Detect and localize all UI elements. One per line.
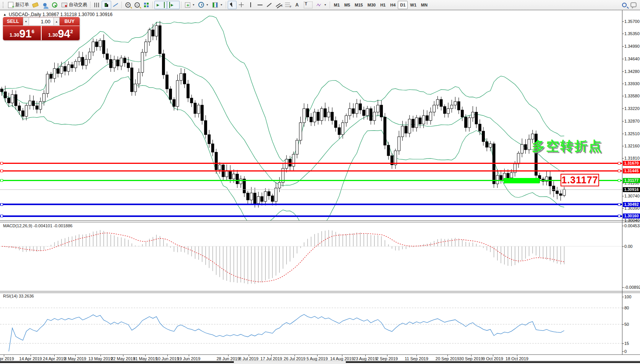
timeframe-button-m15[interactable]: M15 xyxy=(352,1,365,9)
scrollbar-segment-right[interactable] xyxy=(346,361,640,363)
text-label-button[interactable]: T xyxy=(302,1,314,9)
timeframe-button-d1[interactable]: D1 xyxy=(398,1,408,9)
new-order-button[interactable]: 新订单 xyxy=(6,1,31,9)
timeframe-button-mn[interactable]: MN xyxy=(419,1,430,9)
chart-shift-button[interactable]: ▶ xyxy=(167,1,180,9)
timeframe-button-w1[interactable]: W1 xyxy=(408,1,419,9)
date-axis-tick xyxy=(447,355,448,356)
date-axis-tick xyxy=(145,355,146,356)
collapse-panel-icon[interactable]: ▲ xyxy=(3,13,6,16)
sell-button[interactable]: SELL xyxy=(3,17,23,26)
volume-input[interactable]: 1.00 xyxy=(29,17,53,26)
channel-icon xyxy=(276,3,281,7)
search-button[interactable] xyxy=(620,1,629,9)
auto-trading-button[interactable]: 自动交易 xyxy=(60,1,89,9)
timeframe-button-m1[interactable]: M1 xyxy=(332,1,342,9)
date-axis-label: 31 May 2019 xyxy=(133,356,157,361)
chat-button[interactable] xyxy=(629,1,638,9)
line-chart-button[interactable] xyxy=(111,1,120,9)
timeframe-button-h1[interactable]: H1 xyxy=(378,1,388,9)
price-axis-label: 1.33580 xyxy=(624,94,640,98)
line-anchor-handle[interactable] xyxy=(0,215,3,217)
line-anchor-handle[interactable] xyxy=(0,162,3,165)
price-axis-label: 1.34640 xyxy=(624,57,640,61)
horizontal-line-button[interactable] xyxy=(255,1,265,9)
rsi-axis-label: 0 xyxy=(624,349,627,354)
trendline-icon xyxy=(267,3,272,7)
zoom-in-icon: + xyxy=(125,2,131,8)
tile-windows-button[interactable] xyxy=(142,1,151,9)
arrows-tool-button[interactable]: ↗↙▼ xyxy=(314,1,328,9)
periods-button[interactable]: ▼ xyxy=(196,1,210,9)
auto-trading-icon xyxy=(62,3,67,7)
price-axis-tick xyxy=(622,34,624,34)
vertical-line-button[interactable] xyxy=(246,1,255,9)
cursor-button[interactable] xyxy=(228,1,237,9)
line-anchor-handle[interactable] xyxy=(618,215,621,217)
text-button[interactable]: A xyxy=(292,1,302,9)
toolbar-separator xyxy=(226,2,226,8)
main-macd-separator[interactable] xyxy=(0,220,640,222)
auto-scroll-button[interactable]: ▶ xyxy=(154,1,167,9)
sell-price-small: 1.30 xyxy=(10,32,19,38)
horizontal-level-line[interactable] xyxy=(0,170,622,171)
window-top-border xyxy=(0,10,640,10)
horizontal-level-line[interactable] xyxy=(0,204,622,205)
crosshair-icon xyxy=(239,2,244,7)
line-anchor-handle[interactable] xyxy=(618,179,621,182)
sell-price-button[interactable]: 1.30 91 6 xyxy=(3,26,41,40)
volume-increase-button[interactable]: ▲ xyxy=(53,17,60,26)
indicators-button[interactable]: ▼ xyxy=(183,1,196,9)
templates-button[interactable]: ▼ xyxy=(210,1,224,9)
scrollbar-segment-left[interactable] xyxy=(0,361,234,363)
toolbar-separator xyxy=(330,2,330,8)
eraser-button[interactable] xyxy=(31,1,40,9)
line-anchor-handle[interactable] xyxy=(0,179,3,182)
bar-chart-button[interactable] xyxy=(92,1,102,9)
zoom-in-button[interactable]: + xyxy=(123,1,133,9)
line-anchor-handle[interactable] xyxy=(618,170,621,172)
timeframe-button-m30[interactable]: M30 xyxy=(365,1,378,9)
rsi-axis-label: 100 xyxy=(624,294,631,299)
line-anchor-handle[interactable] xyxy=(0,203,3,206)
date-axis-label: 13 May 2019 xyxy=(88,356,113,361)
price-tag-1-31177[interactable]: 1.31177 xyxy=(561,174,599,186)
zoom-out-button[interactable]: − xyxy=(133,1,142,9)
one-click-trade-panel: SELL ▼ 1.00 ▲ BUY 1.30 91 6 1.30 94 2 xyxy=(3,17,79,40)
price-axis-label: 1.30740 xyxy=(624,194,640,198)
horizontal-level-line[interactable] xyxy=(0,215,622,217)
timeframe-button-h4[interactable]: H4 xyxy=(388,1,398,9)
date-axis-tick xyxy=(54,355,55,356)
fibonacci-button[interactable] xyxy=(283,1,292,9)
highlight-rectangle[interactable] xyxy=(504,178,540,183)
rsi-label: RSI(14) 33.2636 xyxy=(3,294,34,298)
candle-chart-button[interactable] xyxy=(102,1,111,9)
price-axis-tick xyxy=(622,46,624,47)
price-axis-tick xyxy=(622,183,624,183)
channel-button[interactable] xyxy=(274,1,283,9)
chevron-down-icon: ▼ xyxy=(192,3,195,6)
buy-price-button[interactable]: 1.30 94 2 xyxy=(42,26,79,40)
templates-icon xyxy=(212,2,218,8)
date-axis-tick xyxy=(228,355,228,356)
timeframe-button-m5[interactable]: M5 xyxy=(342,1,352,9)
macd-rsi-separator[interactable] xyxy=(0,291,640,293)
volume-decrease-button[interactable]: ▼ xyxy=(23,17,29,26)
crosshair-button[interactable] xyxy=(237,1,246,9)
signal-button[interactable] xyxy=(50,1,60,9)
bar-chart-icon xyxy=(94,3,99,7)
line-anchor-handle[interactable] xyxy=(0,170,3,172)
profile-button[interactable] xyxy=(40,1,50,9)
trendline-button[interactable] xyxy=(265,1,274,9)
date-axis-label: 23 Aug 2019 xyxy=(353,356,377,361)
horizontal-level-line[interactable] xyxy=(0,163,622,164)
buy-button[interactable]: BUY xyxy=(60,17,79,26)
line-anchor-handle[interactable] xyxy=(618,203,621,206)
line-chart-icon xyxy=(113,3,118,6)
sell-price-big: 91 xyxy=(19,29,31,39)
price-chart[interactable] xyxy=(0,0,640,364)
date-axis-tick xyxy=(75,355,76,356)
date-axis-label: 9 Oct 2019 xyxy=(483,356,503,361)
date-axis-label: 14 Apr 2019 xyxy=(19,356,42,361)
line-anchor-handle[interactable] xyxy=(618,162,621,165)
